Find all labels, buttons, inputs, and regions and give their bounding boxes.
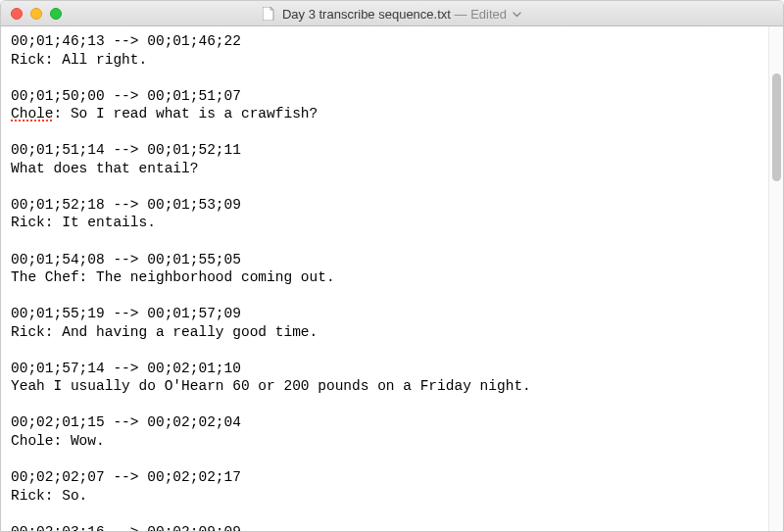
scrollbar-thumb[interactable]: [772, 73, 781, 181]
transcript-line: Rick: So.: [11, 487, 759, 506]
blank-line: [11, 177, 759, 196]
timecode-line: 00;02;01;15 --> 00;02;02;04: [11, 413, 759, 432]
content-wrap: 00;01;46;13 --> 00;01;46;22Rick: All rig…: [1, 26, 783, 531]
minimize-icon[interactable]: [30, 8, 42, 20]
timecode-line: 00;01;54;08 --> 00;01;55;05: [11, 251, 759, 269]
blank-line: [11, 232, 759, 251]
window: Day 3 transcribe sequence.txt — Edited 0…: [0, 0, 784, 532]
transcript-line: Yeah I usually do O'Hearn 60 or 200 poun…: [11, 377, 759, 396]
transcript-line: Rick: It entails.: [11, 214, 759, 232]
blank-line: [11, 69, 759, 87]
title-filename: Day 3 transcribe sequence.txt: [282, 7, 451, 22]
title-status: — Edited: [455, 7, 508, 22]
transcript-line: The Chef: The neighborhood coming out.: [11, 268, 759, 287]
transcript-line: Rick: All right.: [11, 51, 759, 70]
timecode-line: 00;01;46;13 --> 00;01;46;22: [11, 32, 759, 51]
blank-line: [11, 123, 759, 142]
blank-line: [11, 505, 759, 523]
transcript-line: What does that entail?: [11, 160, 759, 178]
timecode-line: 00;02;03;16 --> 00;02;09;09: [11, 523, 759, 531]
scrollbar-track[interactable]: [768, 26, 783, 531]
traffic-lights: [11, 8, 62, 20]
spell-error: Chole: [11, 106, 54, 121]
close-icon[interactable]: [11, 8, 23, 20]
window-title: Day 3 transcribe sequence.txt — Edited: [1, 6, 783, 22]
timecode-line: 00;02;02;07 --> 00;02;02;17: [11, 468, 759, 487]
timecode-line: 00;01;57;14 --> 00;02;01;10: [11, 360, 759, 378]
blank-line: [11, 396, 759, 414]
blank-line: [11, 341, 759, 360]
text-content[interactable]: 00;01;46;13 --> 00;01;46;22Rick: All rig…: [1, 26, 768, 531]
timecode-line: 00;01;50;00 --> 00;01;51;07: [11, 87, 759, 106]
blank-line: [11, 451, 759, 469]
document-icon: [263, 7, 274, 21]
transcript-line: Rick: And having a really good time.: [11, 323, 759, 342]
maximize-icon[interactable]: [50, 8, 62, 20]
chevron-down-icon[interactable]: [513, 6, 521, 21]
blank-line: [11, 287, 759, 306]
timecode-line: 00;01;51;14 --> 00;01;52;11: [11, 141, 759, 160]
transcript-line: Chole: So I read what is a crawfish?: [11, 105, 759, 123]
timecode-line: 00;01;52;18 --> 00;01;53;09: [11, 196, 759, 215]
title-status-text: Edited: [470, 7, 507, 22]
titlebar[interactable]: Day 3 transcribe sequence.txt — Edited: [1, 1, 783, 26]
timecode-line: 00;01;55;19 --> 00;01;57;09: [11, 305, 759, 323]
transcript-line: Chole: Wow.: [11, 432, 759, 451]
